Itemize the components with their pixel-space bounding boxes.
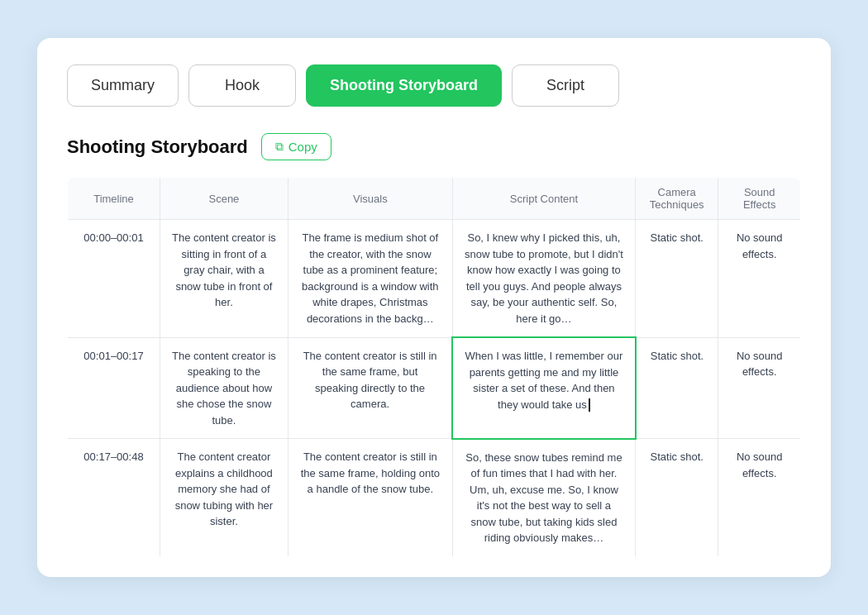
cell-camera: Static shot.: [636, 337, 718, 439]
storyboard-table: Timeline Scene Visuals Script Content Ca…: [67, 177, 801, 557]
cell-script: So, these snow tubes remind me of fun ti…: [452, 439, 635, 557]
cell-scene: The content creator explains a childhood…: [160, 439, 289, 557]
table-row: 00:17–00:48 The content creator explains…: [68, 439, 801, 557]
col-header-scene: Scene: [160, 178, 289, 220]
cell-camera: Static shot.: [636, 439, 718, 557]
section-title: Shooting Storyboard: [67, 136, 248, 158]
table-row: 00:00–00:01 The content creator is sitti…: [68, 220, 801, 338]
cell-camera: Static shot.: [636, 220, 718, 338]
table-header-row: Timeline Scene Visuals Script Content Ca…: [68, 178, 801, 220]
tab-bar: Summary Hook Shooting Storyboard Script: [67, 64, 801, 107]
copy-button[interactable]: ⧉ Copy: [261, 133, 331, 160]
cell-sound: No sound effects.: [718, 337, 801, 439]
cell-sound: No sound effects.: [718, 220, 801, 338]
cell-sound: No sound effects.: [718, 439, 801, 557]
text-cursor: [589, 398, 590, 412]
cell-scene: The content creator is sitting in front …: [160, 220, 289, 338]
table-row: 00:01–00:17 The content creator is speak…: [68, 337, 801, 439]
col-header-sound: SoundEffects: [718, 178, 801, 220]
col-header-timeline: Timeline: [68, 178, 160, 220]
cell-script: When I was little, I remember our parent…: [452, 337, 635, 439]
copy-icon: ⧉: [275, 140, 284, 154]
col-header-script: Script Content: [452, 178, 635, 220]
col-header-visuals: Visuals: [288, 178, 452, 220]
copy-label: Copy: [289, 140, 317, 154]
tab-shooting-storyboard[interactable]: Shooting Storyboard: [306, 64, 502, 107]
main-card: Summary Hook Shooting Storyboard Script …: [37, 38, 831, 577]
tab-script[interactable]: Script: [512, 64, 619, 107]
col-header-camera: CameraTechniques: [636, 178, 718, 220]
cell-visuals: The frame is medium shot of the creator,…: [288, 220, 452, 338]
cell-timeline: 00:00–00:01: [68, 220, 160, 338]
cell-timeline: 00:01–00:17: [68, 337, 160, 439]
cell-visuals: The content creator is still in the same…: [288, 439, 452, 557]
cell-visuals: The content creator is still in the same…: [288, 337, 452, 439]
tab-summary[interactable]: Summary: [67, 64, 179, 107]
cell-scene: The content creator is speaking to the a…: [160, 337, 289, 439]
cell-timeline: 00:17–00:48: [68, 439, 160, 557]
section-header: Shooting Storyboard ⧉ Copy: [67, 133, 801, 160]
cell-script: So, I knew why I picked this, uh, snow t…: [452, 220, 635, 338]
tab-hook[interactable]: Hook: [188, 64, 296, 107]
